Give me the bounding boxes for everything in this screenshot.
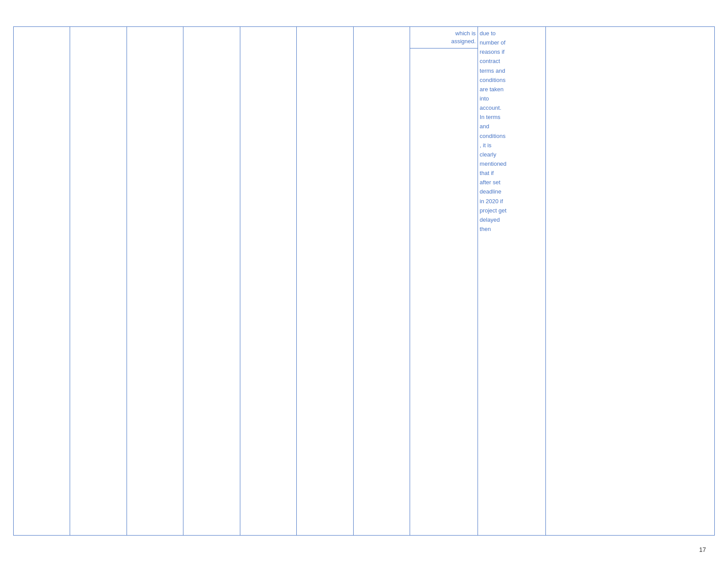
text-line-2: reasons if [480,48,544,56]
table-col-6 [296,26,353,536]
table-col-2 [70,26,126,536]
table-col-4 [183,26,239,536]
text-line-8: account. [480,104,544,112]
text-line-5: conditions [480,76,544,85]
table-col-text-right: due tonumber ofreasons ifcontractterms a… [478,26,546,536]
table-area: which is assigned. due tonumber ofreason… [13,26,715,536]
text-line-6: are taken [480,85,544,94]
table-col-1 [13,26,70,536]
text-line-15: that if [480,169,544,178]
page-number: 17 [699,546,706,553]
text-line-16: after set [480,178,544,187]
text-line-12: , it is [480,141,544,150]
table-col-5 [240,26,296,536]
text-line-11: conditions [480,132,544,141]
text-line-1: number of [480,38,544,47]
text-line-4: terms and [480,67,544,75]
table-col-text: which is assigned. [410,26,478,536]
text-line-19: project get [480,206,544,215]
text-line-20: delayed [480,216,544,224]
text-line-18: in 2020 if [480,197,544,206]
text-line-0: due to [480,29,544,38]
text-line-10: and [480,122,544,131]
table-col-right-3 [658,26,715,536]
text-line-14: mentioned [480,160,544,168]
text-line-7: into [480,94,544,103]
table-col-3 [127,26,183,536]
table-col-right-2 [602,26,658,536]
text-line-3: contract [480,57,544,66]
text-line-9: In terms [480,113,544,122]
header-line2: assigned. [451,38,476,45]
table-col-7 [353,26,410,536]
text-line-17: deadline [480,187,544,196]
page-container: which is assigned. due tonumber ofreason… [0,0,728,562]
text-col-header: which is assigned. [410,27,478,48]
text-col-body: due tonumber ofreasons ifcontractterms a… [478,27,545,236]
text-line-21: then [480,225,544,234]
text-line-13: clearly [480,150,544,159]
table-col-right-1 [546,26,602,536]
header-line1: which is [455,30,476,37]
